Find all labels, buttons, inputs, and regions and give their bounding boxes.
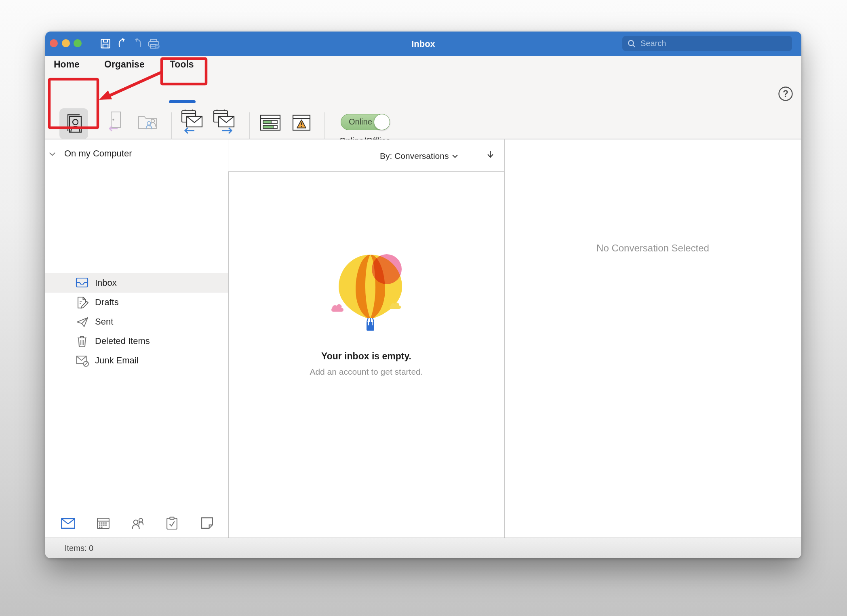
- calendar-module-icon[interactable]: [97, 517, 110, 530]
- svg-text:?: ?: [783, 89, 788, 99]
- pane-divider[interactable]: [504, 139, 505, 538]
- sidebar-item-junk-email[interactable]: Junk Email: [45, 351, 228, 370]
- trash-icon: [76, 335, 88, 348]
- sidebar-section-label: On my Computer: [64, 148, 132, 159]
- sent-icon: [76, 316, 89, 328]
- sidebar-item-sent[interactable]: Sent: [45, 312, 228, 331]
- sidebar-divider[interactable]: [228, 139, 229, 538]
- out-of-office-icon[interactable]: [106, 111, 124, 133]
- sidebar-item-drafts[interactable]: Drafts: [45, 293, 228, 312]
- public-folders-icon[interactable]: [137, 113, 158, 132]
- search-box[interactable]: [622, 36, 792, 51]
- sidebar-item-label: Inbox: [95, 278, 117, 288]
- hot-air-balloon-illustration: [328, 253, 405, 336]
- titlebar: Inbox: [45, 32, 801, 56]
- sidebar-item-deleted-items[interactable]: Deleted Items: [45, 331, 228, 351]
- import-icon[interactable]: [181, 109, 203, 135]
- online-toggle-state: Online: [349, 117, 372, 127]
- sort-by-label: By: Conversations: [380, 151, 449, 161]
- items-count: Items: 0: [65, 544, 93, 553]
- toggle-knob[interactable]: [374, 114, 390, 130]
- sort-direction-icon[interactable]: [487, 150, 494, 158]
- sidebar-item-label: Deleted Items: [95, 336, 150, 346]
- pink-cloud: [331, 304, 343, 312]
- list-header: By: Conversations: [228, 139, 504, 172]
- people-module-icon[interactable]: [131, 517, 146, 530]
- junk-email-icon: [76, 354, 89, 367]
- search-input[interactable]: [641, 39, 787, 48]
- help-icon[interactable]: ?: [778, 86, 793, 101]
- inbox-icon: [76, 277, 88, 288]
- content-area: On my Computer Inbox Drafts Sent Deleted…: [45, 139, 801, 538]
- bottom-nav-divider: [45, 509, 228, 509]
- sync-errors-icon[interactable]: [292, 114, 311, 131]
- export-icon[interactable]: [213, 109, 235, 135]
- sort-by-dropdown[interactable]: By: Conversations: [380, 151, 458, 161]
- empty-inbox-subtitle: Add an account to get started.: [228, 367, 504, 377]
- sidebar-section-on-my-computer[interactable]: On my Computer: [45, 148, 228, 162]
- sidebar-item-label: Junk Email: [95, 355, 139, 366]
- active-tab-underline: [169, 100, 196, 103]
- drafts-icon: [76, 296, 88, 309]
- sidebar-item-inbox[interactable]: Inbox: [45, 273, 228, 293]
- chevron-down-icon[interactable]: [49, 152, 56, 156]
- ribbon: Home Organise Tools Accounts Out of Offi…: [45, 56, 801, 139]
- online-offline-toggle[interactable]: Online: [341, 114, 390, 130]
- tab-organise[interactable]: Organise: [104, 59, 145, 70]
- sidebar-item-label: Drafts: [95, 297, 119, 308]
- tasks-module-icon[interactable]: [166, 517, 178, 530]
- no-conversation-placeholder: No Conversation Selected: [504, 243, 801, 254]
- outlook-window: Inbox Home Organise Tools Accounts Out o…: [45, 32, 801, 558]
- search-icon: [627, 39, 636, 48]
- notes-module-icon[interactable]: [200, 517, 214, 530]
- empty-inbox-title: Your inbox is empty.: [228, 351, 504, 362]
- sidebar-item-label: Sent: [95, 316, 113, 327]
- chevron-down-icon: [452, 154, 458, 158]
- tab-home[interactable]: Home: [54, 59, 80, 70]
- accounts-icon: [65, 113, 83, 135]
- sync-status-icon[interactable]: [260, 114, 281, 131]
- status-bar: Items: 0: [45, 538, 801, 558]
- mail-module-icon[interactable]: [61, 518, 76, 529]
- tab-tools[interactable]: Tools: [170, 59, 194, 70]
